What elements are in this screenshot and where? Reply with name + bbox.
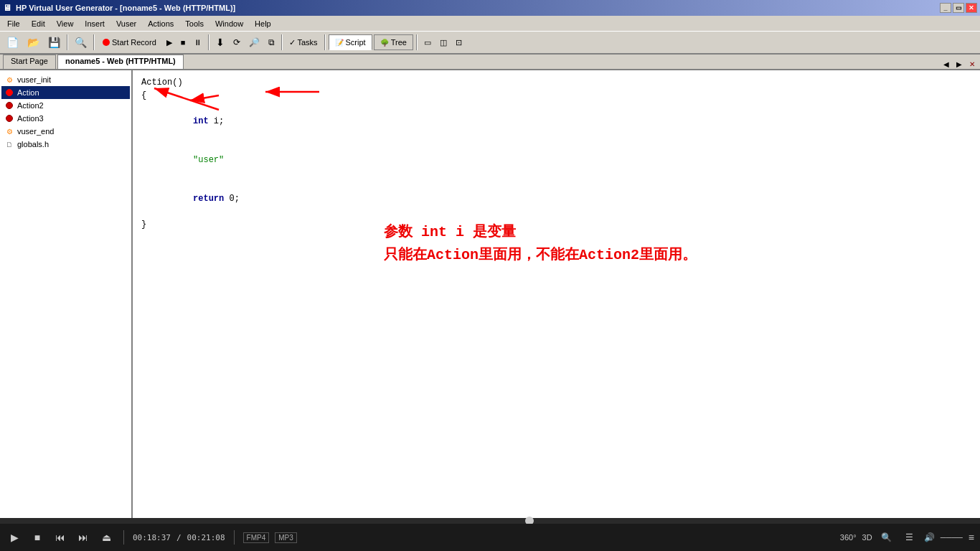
tab-bar: Start Page noname5 - Web (HTTP/HTML) ◀ ▶… <box>0 55 980 70</box>
bottom-separator-1 <box>123 530 124 545</box>
tree-label-action3: Action3 <box>17 114 44 123</box>
copy-icon: ⧉ <box>268 37 275 47</box>
stop-button[interactable]: ■ <box>177 34 189 51</box>
stop-bottom-button[interactable]: ■ <box>29 529 46 546</box>
copy-button[interactable]: ⧉ <box>265 34 278 51</box>
bottom-bar: ▶ ■ ⏮ ⏭ ⏏ 00:18:37 / 00:21:08 FMP4 MP3 3… <box>0 524 980 551</box>
annotation-line2: 只能在Action里面用，不能在Action2里面用。 <box>384 244 697 267</box>
extra-icon-1: ▭ <box>424 38 431 47</box>
tasks-label: Tasks <box>297 38 317 47</box>
refresh-button[interactable]: ⟳ <box>230 34 244 51</box>
separator-4 <box>281 34 283 50</box>
play-bottom-button[interactable]: ▶ <box>6 529 23 546</box>
bottom-right-controls: 360° 3D 🔍 ☰ 🔊 ──── ≡ <box>840 529 974 546</box>
extra-btn-1[interactable]: ▭ <box>420 34 435 51</box>
tree-toggle-button[interactable]: 🌳 Tree <box>374 34 413 50</box>
title-text: HP Virtual User Generator - [noname5 - W… <box>16 4 235 12</box>
refresh-icon: ⟳ <box>233 37 240 47</box>
progress-bar[interactable] <box>0 518 980 524</box>
title-bar: 🖥 HP Virtual User Generator - [noname5 -… <box>0 0 980 16</box>
save-button[interactable]: 💾 <box>44 34 64 51</box>
tree-label-globals-h: globals.h <box>17 140 49 149</box>
menu-insert[interactable]: Insert <box>79 18 110 29</box>
separator-6 <box>416 34 418 50</box>
volume-icon: 🔊 <box>924 532 935 542</box>
code-line-1: Action() <box>141 76 971 89</box>
red-circle-icon-action3 <box>4 113 14 123</box>
bottom-separator-2 <box>234 530 235 545</box>
format-tag-1: FMP4 <box>243 532 270 543</box>
pause-icon: ⏸ <box>194 38 202 47</box>
tree-item-action2[interactable]: Action2 <box>1 99 130 112</box>
separator-2 <box>93 34 95 50</box>
menu-help[interactable]: Help <box>249 18 277 29</box>
tree-label-action2: Action2 <box>17 101 44 110</box>
total-time: 00:21:08 <box>187 533 225 542</box>
extra-btn-3[interactable]: ⊡ <box>452 34 466 51</box>
code-line-4: "user" <box>141 141 971 179</box>
tree-item-vuser-end[interactable]: ⚙ vuser_end <box>1 125 130 138</box>
search-bottom-icon[interactable]: 🔍 <box>878 529 895 546</box>
progress-track[interactable] <box>0 518 980 524</box>
tab-prev-button[interactable]: ◀ <box>941 60 951 69</box>
record-dot-icon <box>103 39 110 46</box>
tasks-button[interactable]: ✓ Tasks <box>286 34 321 51</box>
tab-active-file[interactable]: noname5 - Web (HTTP/HTML) <box>57 55 184 69</box>
current-time: 00:18:37 <box>133 533 171 542</box>
close-button[interactable]: ✕ <box>966 3 977 13</box>
tab-next-button[interactable]: ▶ <box>954 60 964 69</box>
stop-icon: ■ <box>181 38 186 47</box>
tab-start-page[interactable]: Start Page <box>3 55 56 69</box>
prev-bottom-button[interactable]: ⏮ <box>52 529 69 546</box>
menu-actions[interactable]: Actions <box>142 18 179 29</box>
script-icon: 📝 <box>335 39 344 47</box>
extra-icon-3: ⊡ <box>456 38 462 47</box>
tree-panel: ⚙ vuser_init Action Action2 Action3 ⚙ vu… <box>0 70 133 524</box>
code-editor[interactable]: Action() { int i; "user" return 0; } 参数 … <box>133 70 980 524</box>
3d-label: 3D <box>862 533 872 542</box>
gear-icon-vuser-end: ⚙ <box>4 126 14 136</box>
tree-item-action3[interactable]: Action3 <box>1 112 130 125</box>
start-record-label: Start Record <box>112 38 156 47</box>
tree-item-action[interactable]: Action <box>1 86 130 99</box>
settings-icon[interactable]: ≡ <box>969 532 974 543</box>
new-icon: 📄 <box>6 37 19 48</box>
script-label: Script <box>346 38 366 47</box>
pause-button[interactable]: ⏸ <box>190 34 205 51</box>
code-line-5: return 0; <box>141 179 971 218</box>
menu-file[interactable]: File <box>1 18 26 29</box>
next-bottom-button[interactable]: ⏭ <box>75 529 92 546</box>
play-button[interactable]: ▶ <box>163 34 176 51</box>
code-line-2: { <box>141 89 971 102</box>
menu-vuser[interactable]: Vuser <box>110 18 142 29</box>
tree-label-action: Action <box>17 88 39 97</box>
zoom-button[interactable]: 🔎 <box>245 34 263 51</box>
download-button[interactable]: ⬇ <box>212 34 228 51</box>
script-toggle-button[interactable]: 📝 Script <box>329 34 372 50</box>
extra-btn-2[interactable]: ◫ <box>436 34 451 51</box>
menu-edit[interactable]: Edit <box>26 18 51 29</box>
tab-close-button[interactable]: ✕ <box>967 60 977 69</box>
menu-view[interactable]: View <box>51 18 80 29</box>
new-button[interactable]: 📄 <box>3 34 22 51</box>
zoom-icon: 🔎 <box>249 37 260 47</box>
eject-bottom-button[interactable]: ⏏ <box>98 529 115 546</box>
search-button[interactable]: 🔍 <box>71 34 90 51</box>
subtitle-icon[interactable]: ☰ <box>901 529 918 546</box>
minimize-button[interactable]: _ <box>940 3 951 13</box>
tree-label-vuser-init: vuser_init <box>17 75 51 84</box>
menu-window[interactable]: Window <box>209 18 249 29</box>
open-button[interactable]: 📂 <box>24 34 43 51</box>
start-record-button[interactable]: Start Record <box>98 34 161 51</box>
title-bar-left: 🖥 HP Virtual User Generator - [noname5 -… <box>3 3 235 13</box>
toolbar: 📄 📂 💾 🔍 Start Record ▶ ■ ⏸ ⬇ ⟳ 🔎 ⧉ ✓ <box>0 32 980 55</box>
menu-tools[interactable]: Tools <box>179 18 209 29</box>
download-icon: ⬇ <box>216 37 225 48</box>
separator-1 <box>67 34 68 50</box>
tree-item-globals-h[interactable]: 🗋 globals.h <box>1 138 130 151</box>
play-icon: ▶ <box>166 38 172 47</box>
separator-5 <box>324 34 326 50</box>
tree-item-vuser-init[interactable]: ⚙ vuser_init <box>1 73 130 86</box>
annotation-text: 参数 int i 是变量 只能在Action里面用，不能在Action2里面用。 <box>384 221 697 267</box>
restore-button[interactable]: ▭ <box>953 3 964 13</box>
